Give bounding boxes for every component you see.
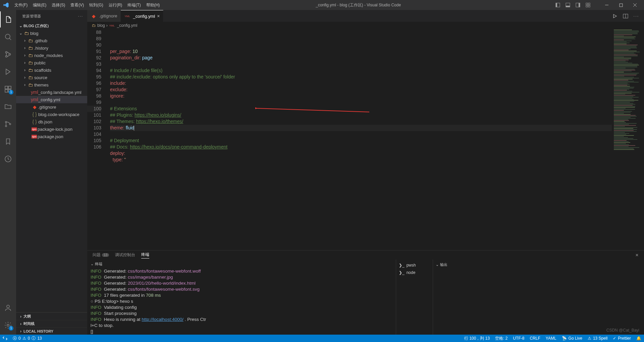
activity-bookmark-icon[interactable] — [0, 133, 16, 150]
activity-source-control-icon[interactable] — [0, 46, 16, 62]
maximize-button[interactable] — [615, 0, 627, 10]
settings-gear-icon[interactable]: 1 — [0, 317, 16, 333]
menu-item[interactable]: 编辑(E) — [30, 0, 49, 10]
status-spell[interactable]: ⚠13 Spell — [585, 335, 610, 342]
watermark: CSDN @Cat_Bayi — [606, 328, 639, 333]
tree-item[interactable]: ›🗀public — [16, 59, 87, 66]
tree-item[interactable]: { }blog.code-workspace — [16, 111, 87, 118]
more-icon[interactable]: ··· — [633, 12, 640, 20]
shell-icon: ❯_ — [399, 263, 405, 268]
status-eol[interactable]: CRLF — [527, 335, 543, 342]
sidebar-more-icon[interactable]: ··· — [78, 14, 83, 18]
svg-rect-5 — [579, 3, 580, 7]
activity-git-graph-icon[interactable] — [0, 116, 16, 132]
activity-extensions-icon[interactable]: 1 — [0, 81, 16, 97]
tree-item[interactable]: ›🗀.github — [16, 37, 87, 44]
section-timeline[interactable]: ›时间线 — [16, 320, 87, 327]
status-errors[interactable]: ⓧ0⚠0ⓘ13 — [10, 335, 45, 342]
terminal-instance-pwsh[interactable]: ❯_pwsh — [399, 262, 430, 269]
status-remote-icon[interactable] — [0, 335, 10, 342]
info-icon: ⓘ — [32, 336, 36, 341]
bottom-panel: 问题13 调试控制台 终端 ✕ ⌄终端 INFO Generated: css/… — [87, 250, 644, 335]
svg-point-23 — [5, 121, 7, 123]
menu-item[interactable]: 运行(R) — [106, 0, 125, 10]
tree-item[interactable]: ◆.gitignore — [16, 103, 87, 111]
section-outline[interactable]: ›大纲 — [16, 312, 87, 320]
svg-line-15 — [9, 38, 11, 40]
status-notifications-icon[interactable]: 🔔 — [634, 335, 644, 342]
svg-point-24 — [5, 125, 7, 127]
close-icon[interactable]: × — [157, 13, 160, 19]
split-editor-icon[interactable] — [622, 12, 629, 20]
tree-item[interactable]: ›🗀node_modules — [16, 52, 87, 59]
warning-icon: ⚠ — [588, 336, 591, 341]
tree-item[interactable]: ›🗀scaffolds — [16, 66, 87, 74]
menu-item[interactable]: 转到(G) — [87, 0, 106, 10]
svg-rect-1 — [556, 3, 557, 7]
terminal-list: ❯_pwsh ❯_node — [396, 260, 433, 335]
activity-folder-icon[interactable] — [0, 99, 16, 115]
tree-item[interactable]: ›🗀source — [16, 74, 87, 81]
code-editor[interactable]: per_page: 10pagination_dir: page # Inclu… — [107, 29, 644, 250]
tree-item[interactable]: ›🗀themes — [16, 81, 87, 89]
shell-icon: ❯_ — [399, 270, 405, 275]
minimap[interactable] — [612, 29, 644, 250]
status-encoding[interactable]: UTF-8 — [510, 335, 527, 342]
tree-item[interactable]: yml_config.landscape.yml — [16, 89, 87, 96]
status-go-live[interactable]: 📡Go Live — [559, 335, 585, 342]
check-icon: ✓ — [613, 336, 616, 341]
svg-rect-3 — [566, 6, 570, 7]
status-prettier[interactable]: ✓Prettier — [610, 335, 634, 342]
layout-primary-icon[interactable] — [554, 1, 561, 9]
tree-item[interactable]: npmpackage-lock.json — [16, 125, 87, 133]
panel-close-icon[interactable]: ✕ — [635, 253, 639, 258]
svg-point-16 — [6, 52, 7, 53]
section-local-history[interactable]: ›LOCAL HISTORY — [16, 327, 87, 335]
tab-gitignore[interactable]: ◆ .gitignore — [87, 10, 121, 22]
sidebar: 资源管理器 ··· ⌄BLOG (工作区) ⌄🗀blog›🗀.github›🗀.… — [16, 10, 87, 335]
menu-item[interactable]: 帮助(H) — [144, 0, 163, 10]
terminal-output[interactable]: INFO Generated: css/fonts/fontawesome-we… — [91, 268, 392, 335]
accounts-icon[interactable] — [0, 300, 16, 316]
svg-rect-22 — [8, 86, 11, 89]
tree-item[interactable]: yml_config.yml — [16, 96, 87, 103]
activity-explorer-icon[interactable] — [0, 11, 16, 27]
workspace-root-header[interactable]: ⌄BLOG (工作区) — [16, 22, 87, 30]
status-indentation[interactable]: 空格: 2 — [492, 335, 510, 342]
menu-item[interactable]: 终端(T) — [125, 0, 143, 10]
activity-run-icon[interactable] — [0, 64, 16, 80]
panel-tab-problems[interactable]: 问题13 — [93, 252, 109, 258]
svg-point-28 — [7, 324, 9, 326]
breadcrumbs[interactable]: 🗀 blog › YML _config.yml — [87, 22, 644, 29]
tree-item[interactable]: ›🗀.history — [16, 44, 87, 52]
tree-item[interactable]: { }db.json — [16, 118, 87, 125]
run-icon[interactable] — [611, 12, 619, 20]
status-cursor-position[interactable]: 行 100，列 13 — [462, 335, 492, 342]
svg-rect-8 — [586, 5, 588, 7]
panel-tab-terminal[interactable]: 终端 — [141, 252, 149, 259]
status-language[interactable]: YAML — [543, 335, 559, 342]
menu-item[interactable]: 查看(V) — [68, 0, 87, 10]
activity-timeline-icon[interactable] — [0, 151, 16, 167]
error-icon: ⓧ — [13, 336, 17, 341]
layout-panel-icon[interactable] — [564, 1, 572, 9]
terminal-header[interactable]: ⌄终端 — [91, 260, 392, 268]
layout-secondary-icon[interactable] — [574, 1, 582, 9]
menu-item[interactable]: 选择(S) — [49, 0, 68, 10]
sidebar-title: 资源管理器 ··· — [16, 10, 87, 22]
terminal-instance-node[interactable]: ❯_node — [399, 269, 430, 276]
yaml-icon: YML — [124, 15, 130, 18]
output-header[interactable]: ⌄输出 — [436, 261, 641, 269]
activity-search-icon[interactable] — [0, 29, 16, 45]
svg-point-17 — [6, 56, 7, 57]
tree-item[interactable]: npmpackage.json — [16, 133, 87, 140]
close-button[interactable] — [629, 0, 641, 10]
minimize-button[interactable] — [601, 0, 612, 10]
tab-config-yml[interactable]: YML _config.yml × — [121, 10, 163, 22]
window-title: _config.yml - blog (工作区) - Visual Studio… — [162, 2, 554, 8]
layout-customize-icon[interactable] — [584, 1, 592, 9]
tree-item[interactable]: ⌄🗀blog — [16, 30, 87, 37]
vscode-logo-icon — [0, 2, 12, 8]
panel-tab-debug-console[interactable]: 调试控制台 — [115, 252, 135, 258]
menu-item[interactable]: 文件(F) — [12, 0, 30, 10]
